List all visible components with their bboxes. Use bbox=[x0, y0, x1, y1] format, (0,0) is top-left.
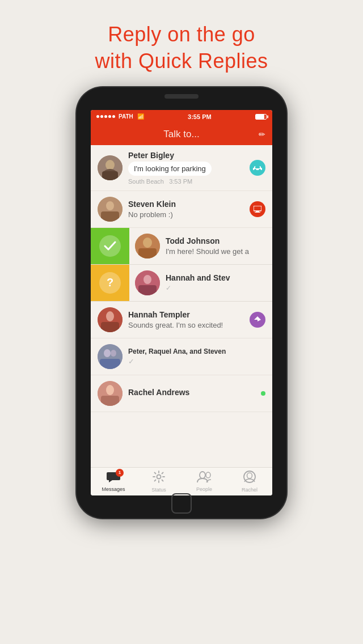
list-item[interactable]: Steven Klein No problem :) bbox=[91, 191, 272, 228]
people-icon bbox=[197, 471, 212, 482]
navigation-icon bbox=[254, 316, 261, 324]
signal-dots bbox=[96, 115, 115, 118]
list-item[interactable]: Peter Bigley I'm looking for parking Sou… bbox=[91, 145, 272, 191]
message-meta bbox=[250, 201, 265, 217]
signal-dot-3 bbox=[104, 115, 107, 118]
svg-point-27 bbox=[111, 350, 116, 357]
svg-rect-28 bbox=[100, 359, 120, 369]
signal-dot-1 bbox=[96, 115, 99, 118]
screen: PATH 📶 3:55 PM Talk to... ✏ bbox=[91, 110, 272, 495]
message-content: Steven Klein No problem :) bbox=[128, 200, 246, 219]
edit-icon[interactable]: ✏ bbox=[259, 130, 265, 139]
svg-point-26 bbox=[104, 349, 111, 357]
message-content: Rachel Andrews bbox=[128, 388, 258, 399]
messages-badge: 1 bbox=[116, 469, 124, 477]
action-check-bubble bbox=[99, 235, 121, 257]
signal-dot-4 bbox=[108, 115, 111, 118]
list-item[interactable]: Rachel Andrews bbox=[91, 375, 272, 412]
message-content: Peter Bigley I'm looking for parking Sou… bbox=[128, 151, 246, 185]
home-button[interactable] bbox=[171, 493, 192, 514]
list-item[interactable]: Todd Johnson I'm here! Should we get a bbox=[91, 228, 272, 265]
avatar-image bbox=[98, 307, 123, 332]
svg-rect-12 bbox=[254, 206, 261, 211]
svg-rect-11 bbox=[101, 211, 119, 222]
message-content: Peter, Raquel Ana, and Steven ✓ bbox=[128, 348, 265, 366]
sender-name: Peter, Raquel Ana, and Steven bbox=[128, 348, 265, 355]
message-content-area: Hannah and Stev ✓ bbox=[129, 265, 272, 301]
svg-rect-8 bbox=[255, 166, 260, 168]
message-preview: ✓ bbox=[166, 284, 267, 292]
list-item[interactable]: ? Hannah and Stev bbox=[91, 265, 272, 302]
avatar bbox=[135, 270, 160, 295]
svg-point-1 bbox=[105, 160, 115, 170]
nav-badge bbox=[250, 312, 265, 328]
tab-status[interactable]: Status bbox=[136, 468, 182, 495]
message-content: Hannah and Stev ✓ bbox=[166, 273, 267, 292]
avatar-image bbox=[98, 155, 123, 180]
svg-point-19 bbox=[143, 275, 151, 284]
sub-info: South Beach 3:53 PM bbox=[128, 178, 246, 185]
nav-bar: Talk to... ✏ bbox=[91, 124, 272, 145]
wifi-icon: 📶 bbox=[137, 113, 144, 120]
messages-tab-icon: 1 bbox=[107, 471, 120, 485]
car-badge bbox=[250, 160, 265, 176]
avatar-image bbox=[98, 381, 123, 406]
question-mark-icon: ? bbox=[107, 276, 113, 289]
car-icon bbox=[253, 164, 262, 171]
svg-point-16 bbox=[143, 238, 152, 248]
status-bar: PATH 📶 3:55 PM bbox=[91, 110, 272, 124]
sender-name: Hannah and Stev bbox=[166, 273, 267, 282]
screen-icon bbox=[254, 206, 261, 213]
list-item[interactable]: Peter, Raquel Ana, and Steven ✓ bbox=[91, 338, 272, 375]
gear-icon bbox=[153, 471, 165, 483]
action-question-bubble: ? bbox=[99, 272, 121, 294]
message-preview: No problem :) bbox=[128, 210, 246, 219]
message-content: Hannah Templer Sounds great. I'm so exci… bbox=[128, 310, 246, 329]
page-wrapper: Reply on the go with Quick Replies PATH bbox=[0, 0, 363, 644]
list-item[interactable]: Hannah Templer Sounds great. I'm so exci… bbox=[91, 302, 272, 338]
tab-bar: 1 Messages Status bbox=[91, 467, 272, 495]
messages-list: Peter Bigley I'm looking for parking Sou… bbox=[91, 145, 272, 467]
action-yellow[interactable]: ? bbox=[91, 265, 129, 301]
svg-point-30 bbox=[106, 385, 114, 395]
avatar bbox=[98, 197, 123, 222]
tab-people[interactable]: People bbox=[182, 468, 227, 495]
status-time: 3:55 PM bbox=[188, 113, 212, 120]
svg-marker-24 bbox=[254, 316, 261, 321]
avatar bbox=[98, 155, 123, 180]
svg-rect-20 bbox=[138, 285, 157, 295]
sender-name: Todd Johnson bbox=[166, 236, 267, 245]
avatar-image bbox=[98, 197, 123, 222]
message-preview: Sounds great. I'm so excited! bbox=[128, 321, 246, 329]
carrier-label: PATH bbox=[119, 113, 133, 120]
signal-dot-5 bbox=[112, 115, 115, 118]
message-bubble: I'm looking for parking bbox=[128, 162, 212, 176]
svg-rect-31 bbox=[101, 396, 119, 406]
avatar bbox=[98, 381, 123, 406]
phone-shell: PATH 📶 3:55 PM Talk to... ✏ bbox=[77, 87, 286, 518]
sender-name: Steven Klein bbox=[128, 200, 246, 209]
message-preview: I'm here! Should we get a bbox=[166, 247, 267, 256]
checkmark-icon bbox=[104, 241, 116, 251]
avatar-image bbox=[135, 234, 160, 259]
avatar bbox=[98, 344, 123, 369]
status-left: PATH 📶 bbox=[96, 113, 144, 120]
svg-rect-23 bbox=[101, 322, 119, 332]
action-green[interactable] bbox=[91, 228, 129, 264]
profile-icon bbox=[243, 471, 256, 483]
people-tab-label: People bbox=[196, 486, 212, 492]
svg-point-34 bbox=[206, 472, 210, 478]
signal-dot-2 bbox=[100, 115, 103, 118]
tab-messages[interactable]: 1 Messages bbox=[91, 468, 136, 495]
status-right bbox=[255, 114, 267, 120]
headline-line2: with Quick Replies bbox=[95, 48, 268, 75]
svg-point-33 bbox=[200, 472, 205, 478]
rachel-tab-icon bbox=[243, 471, 256, 486]
headline: Reply on the go with Quick Replies bbox=[95, 22, 268, 75]
svg-point-10 bbox=[106, 201, 114, 210]
online-indicator bbox=[261, 391, 265, 396]
tab-rachel[interactable]: Rachel bbox=[227, 468, 272, 495]
battery-fill bbox=[256, 115, 264, 119]
messages-tab-label: Messages bbox=[102, 486, 125, 492]
message-meta bbox=[250, 160, 265, 176]
